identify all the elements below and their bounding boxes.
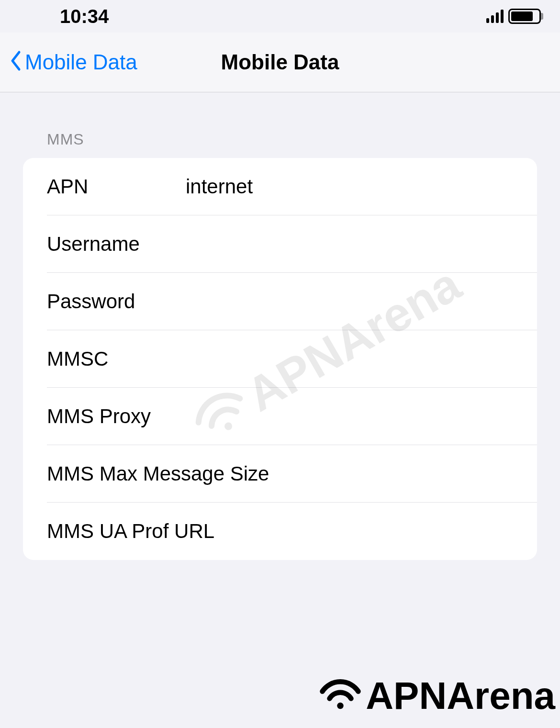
section-header-mms: MMS [23, 92, 537, 158]
settings-group-mms: APN Username Password MMSC MMS Proxy MMS… [23, 158, 537, 560]
input-mms-ua-prof[interactable] [214, 520, 513, 543]
back-button[interactable]: Mobile Data [0, 49, 137, 76]
label-apn: APN [47, 175, 186, 198]
row-apn[interactable]: APN [23, 158, 537, 215]
page-title: Mobile Data [221, 50, 339, 74]
label-username: Username [47, 233, 186, 256]
input-username[interactable] [186, 233, 513, 256]
label-password: Password [47, 290, 186, 313]
input-password[interactable] [186, 290, 513, 313]
label-mms-proxy: MMS Proxy [47, 405, 186, 428]
watermark-bottom-text: APNArena [366, 674, 555, 718]
svg-point-1 [337, 703, 344, 709]
cellular-signal-icon [486, 10, 504, 23]
row-username[interactable]: Username [23, 215, 537, 273]
label-mms-max-size: MMS Max Message Size [47, 462, 269, 485]
input-apn[interactable] [186, 175, 513, 198]
watermark-bottom: APNArena [319, 673, 555, 718]
row-password[interactable]: Password [23, 273, 537, 330]
navigation-bar: Mobile Data Mobile Data [0, 33, 560, 92]
row-mms-ua-prof[interactable]: MMS UA Prof URL [23, 503, 537, 560]
row-mms-proxy[interactable]: MMS Proxy [23, 388, 537, 445]
input-mmsc[interactable] [186, 347, 513, 370]
label-mms-ua-prof: MMS UA Prof URL [47, 520, 214, 543]
chevron-left-icon [10, 49, 21, 76]
row-mmsc[interactable]: MMSC [23, 330, 537, 388]
label-mmsc: MMSC [47, 347, 186, 370]
status-bar: 10:34 [0, 0, 560, 33]
wifi-icon [319, 673, 362, 718]
back-label: Mobile Data [25, 50, 137, 74]
row-mms-max-size[interactable]: MMS Max Message Size [23, 445, 537, 503]
content: MMS APN Username Password MMSC MMS Proxy… [0, 92, 560, 560]
input-mms-max-size[interactable] [269, 462, 522, 485]
status-time: 10:34 [19, 6, 109, 27]
battery-icon [508, 9, 541, 24]
input-mms-proxy[interactable] [186, 405, 513, 428]
status-icons [486, 9, 541, 24]
